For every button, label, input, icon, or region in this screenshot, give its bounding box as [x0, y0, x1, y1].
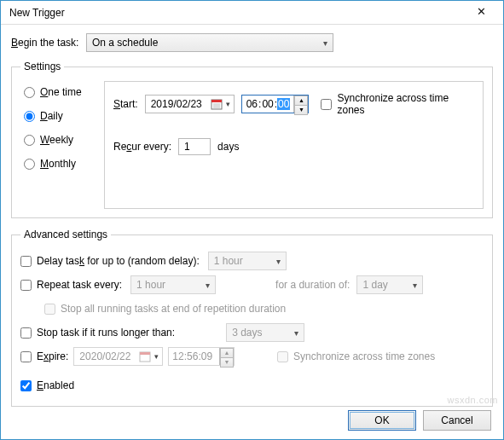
stop-all-label: Stop all running tasks at end of repetit…	[61, 303, 286, 315]
frequency-radios: One time Daily Weekly Monthly	[20, 81, 104, 209]
expire-time-value: 12:56:09	[172, 350, 216, 362]
expire-sync-check: Synchronize across time zones	[277, 350, 435, 362]
dialog-window: New Trigger ✕ Begin the task: On a sched…	[0, 0, 504, 440]
delay-check[interactable]: Delay task for up to (random delay):	[20, 255, 200, 267]
expire-check[interactable]: Expire:	[20, 350, 68, 362]
expire-label: Expire:	[37, 350, 68, 362]
begin-task-combo[interactable]: On a schedule ▾	[86, 33, 333, 52]
duration-value: 1 day	[362, 279, 387, 291]
enabled-label: Enabled	[37, 379, 74, 391]
begin-task-value: On a schedule	[92, 37, 158, 49]
start-time-picker[interactable]: 06:00:00 ▲▼	[241, 95, 310, 113]
duration-label: for a duration of:	[275, 279, 350, 291]
delay-value: 1 hour	[214, 255, 243, 267]
ok-button[interactable]: OK	[348, 410, 416, 431]
radio-weekly[interactable]: Weekly	[24, 134, 104, 146]
expire-date-input[interactable]	[78, 349, 137, 364]
expire-check-input[interactable]	[20, 351, 32, 362]
start-date-picker[interactable]: ▾	[145, 95, 235, 113]
recur-input[interactable]: 1	[178, 138, 211, 155]
stop-long-label: Stop task if it runs longer than:	[37, 327, 175, 339]
spin-up-icon[interactable]: ▲	[294, 96, 308, 105]
advanced-group: Advanced settings Delay task for up to (…	[11, 229, 493, 407]
schedule-details: Start: ▾ 06:00:00 ▲▼	[104, 81, 484, 209]
enabled-check-input[interactable]	[20, 380, 32, 391]
radio-daily[interactable]: Daily	[24, 110, 104, 122]
recur-label: Recur every:	[113, 141, 171, 153]
repeat-check-input[interactable]	[20, 280, 32, 291]
button-bar: OK Cancel	[348, 410, 491, 431]
cancel-button[interactable]: Cancel	[423, 410, 491, 431]
time-spinner[interactable]: ▲▼	[293, 96, 308, 113]
spin-down-icon[interactable]: ▼	[294, 105, 308, 115]
sync-timezones-check[interactable]: Synchronize across time zones	[321, 92, 474, 116]
chevron-down-icon: ▾	[226, 100, 230, 108]
spin-up-icon[interactable]: ▲	[220, 348, 234, 357]
close-button[interactable]: ✕	[464, 3, 498, 22]
radio-one-time[interactable]: One time	[24, 86, 104, 98]
radio-monthly[interactable]: Monthly	[24, 158, 104, 170]
expire-date-picker[interactable]: ▾	[73, 347, 163, 366]
radio-weekly-input[interactable]	[24, 135, 35, 146]
calendar-icon	[139, 350, 151, 362]
spin-down-icon[interactable]: ▼	[220, 357, 234, 368]
stop-long-combo[interactable]: 3 days ▾	[226, 323, 304, 342]
begin-task-label: Begin the task:	[11, 37, 83, 49]
chevron-down-icon: ▾	[294, 328, 298, 338]
enabled-check[interactable]: Enabled	[20, 379, 74, 391]
svg-rect-1	[211, 100, 222, 102]
expire-time-picker[interactable]: 12:56:09 ▲▼	[168, 347, 235, 366]
title-bar: New Trigger ✕	[1, 1, 503, 25]
start-time-value: 06:00:00	[246, 98, 291, 110]
stop-long-value: 3 days	[232, 327, 262, 339]
radio-daily-input[interactable]	[24, 111, 35, 122]
radio-monthly-input[interactable]	[24, 159, 35, 170]
settings-group: Settings One time Daily Weekly	[11, 61, 493, 218]
chevron-down-icon: ▾	[323, 38, 327, 48]
repeat-label: Repeat task every:	[37, 279, 122, 291]
expire-sync-input	[277, 351, 288, 362]
repeat-check[interactable]: Repeat task every:	[20, 279, 122, 291]
chevron-down-icon: ▾	[276, 257, 281, 266]
repeat-value: 1 hour	[136, 279, 165, 291]
time-spinner[interactable]: ▲▼	[219, 348, 234, 365]
delay-combo[interactable]: 1 hour ▾	[208, 252, 287, 270]
settings-legend: Settings	[20, 61, 64, 72]
window-title: New Trigger	[9, 7, 464, 19]
stop-long-check[interactable]: Stop task if it runs longer than:	[20, 327, 175, 339]
advanced-legend: Advanced settings	[20, 229, 111, 240]
sync-timezones-input[interactable]	[321, 99, 332, 110]
dialog-body: Begin the task: On a schedule ▾ Settings…	[1, 25, 503, 407]
sync-timezones-label: Synchronize across time zones	[337, 92, 474, 116]
radio-one-time-input[interactable]	[24, 87, 35, 98]
stop-all-check: Stop all running tasks at end of repetit…	[44, 303, 286, 315]
repeat-combo[interactable]: 1 hour ▾	[130, 275, 216, 294]
delay-label: Delay task for up to (random delay):	[37, 255, 200, 267]
chevron-down-icon: ▾	[413, 281, 417, 290]
chevron-down-icon: ▾	[154, 352, 159, 361]
delay-check-input[interactable]	[20, 256, 32, 267]
stop-all-input	[44, 304, 55, 315]
recur-unit: days	[217, 141, 239, 153]
stop-long-input[interactable]	[20, 327, 32, 339]
svg-rect-6	[140, 352, 150, 355]
chevron-down-icon: ▾	[206, 281, 210, 290]
calendar-icon	[211, 98, 223, 110]
start-label: Start:	[113, 98, 138, 110]
start-date-input[interactable]	[149, 96, 209, 112]
expire-sync-label: Synchronize across time zones	[293, 350, 435, 362]
duration-combo[interactable]: 1 day ▾	[356, 275, 423, 294]
